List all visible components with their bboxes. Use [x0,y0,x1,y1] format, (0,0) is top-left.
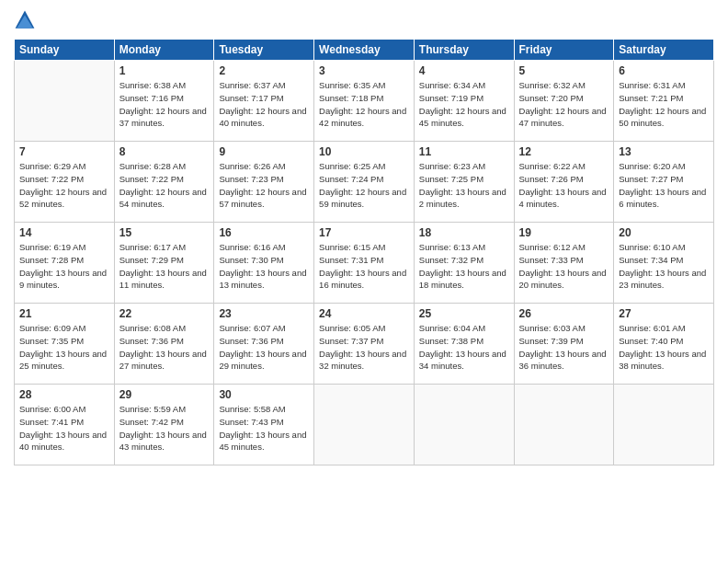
day-number: 19 [519,226,609,239]
day-number: 13 [619,145,709,158]
cal-cell-4-3 [314,385,415,465]
week-row-3: 21Sunrise: 6:09 AM Sunset: 7:35 PM Dayli… [15,304,714,385]
day-header-thursday: Thursday [414,40,514,61]
day-number: 26 [519,307,609,320]
cal-cell-0-3: 3Sunrise: 6:35 AM Sunset: 7:18 PM Daylig… [314,61,415,142]
cell-info: Sunrise: 6:00 AM Sunset: 7:41 PM Dayligh… [19,403,109,454]
cal-cell-0-0 [15,61,115,142]
cal-cell-1-2: 9Sunrise: 6:26 AM Sunset: 7:23 PM Daylig… [214,142,314,223]
day-number: 2 [219,64,309,77]
week-row-2: 14Sunrise: 6:19 AM Sunset: 7:28 PM Dayli… [15,223,714,304]
day-number: 11 [419,145,509,158]
day-number: 9 [219,145,309,158]
cal-cell-1-6: 13Sunrise: 6:20 AM Sunset: 7:27 PM Dayli… [614,142,714,223]
cell-info: Sunrise: 6:35 AM Sunset: 7:18 PM Dayligh… [319,79,409,130]
cell-info: Sunrise: 5:58 AM Sunset: 7:43 PM Dayligh… [219,403,309,454]
cal-cell-2-5: 19Sunrise: 6:12 AM Sunset: 7:33 PM Dayli… [514,223,614,304]
day-number: 1 [119,64,210,77]
day-number: 18 [419,226,509,239]
cell-info: Sunrise: 6:31 AM Sunset: 7:21 PM Dayligh… [619,79,709,130]
cal-cell-2-6: 20Sunrise: 6:10 AM Sunset: 7:34 PM Dayli… [614,223,714,304]
cal-cell-4-5 [514,385,614,465]
day-header-tuesday: Tuesday [214,40,314,61]
cal-cell-1-3: 10Sunrise: 6:25 AM Sunset: 7:24 PM Dayli… [314,142,415,223]
day-header-row: SundayMondayTuesdayWednesdayThursdayFrid… [15,40,714,61]
day-number: 17 [319,226,409,239]
cell-info: Sunrise: 6:32 AM Sunset: 7:20 PM Dayligh… [519,79,609,130]
day-number: 23 [219,307,309,320]
cell-info: Sunrise: 6:17 AM Sunset: 7:29 PM Dayligh… [119,241,210,292]
cal-cell-4-1: 29Sunrise: 5:59 AM Sunset: 7:42 PM Dayli… [114,385,214,465]
cal-cell-3-2: 23Sunrise: 6:07 AM Sunset: 7:36 PM Dayli… [214,304,314,385]
cell-info: Sunrise: 6:20 AM Sunset: 7:27 PM Dayligh… [619,160,709,211]
week-row-4: 28Sunrise: 6:00 AM Sunset: 7:41 PM Dayli… [15,385,714,465]
day-header-wednesday: Wednesday [314,40,415,61]
cal-cell-2-3: 17Sunrise: 6:15 AM Sunset: 7:31 PM Dayli… [314,223,415,304]
cal-cell-0-6: 6Sunrise: 6:31 AM Sunset: 7:21 PM Daylig… [614,61,714,142]
day-number: 8 [119,145,210,158]
day-number: 16 [219,226,309,239]
cal-cell-0-2: 2Sunrise: 6:37 AM Sunset: 7:17 PM Daylig… [214,61,314,142]
cell-info: Sunrise: 6:16 AM Sunset: 7:30 PM Dayligh… [219,241,309,292]
cal-cell-1-1: 8Sunrise: 6:28 AM Sunset: 7:22 PM Daylig… [114,142,214,223]
cal-cell-1-4: 11Sunrise: 6:23 AM Sunset: 7:25 PM Dayli… [414,142,514,223]
day-header-sunday: Sunday [15,40,115,61]
cal-cell-0-1: 1Sunrise: 6:38 AM Sunset: 7:16 PM Daylig… [114,61,214,142]
day-number: 25 [419,307,509,320]
cell-info: Sunrise: 6:37 AM Sunset: 7:17 PM Dayligh… [219,79,309,130]
day-number: 22 [119,307,210,320]
day-number: 27 [619,307,709,320]
calendar-table: SundayMondayTuesdayWednesdayThursdayFrid… [14,39,714,465]
cal-cell-4-0: 28Sunrise: 6:00 AM Sunset: 7:41 PM Dayli… [15,385,115,465]
header-area [14,9,714,31]
day-number: 12 [519,145,609,158]
day-number: 21 [19,307,109,320]
cal-cell-3-6: 27Sunrise: 6:01 AM Sunset: 7:40 PM Dayli… [614,304,714,385]
cal-cell-3-5: 26Sunrise: 6:03 AM Sunset: 7:39 PM Dayli… [514,304,614,385]
day-number: 3 [319,64,409,77]
cell-info: Sunrise: 6:26 AM Sunset: 7:23 PM Dayligh… [219,160,309,211]
cal-cell-0-5: 5Sunrise: 6:32 AM Sunset: 7:20 PM Daylig… [514,61,614,142]
cell-info: Sunrise: 6:09 AM Sunset: 7:35 PM Dayligh… [19,322,109,373]
day-number: 15 [119,226,210,239]
day-number: 29 [119,388,210,401]
day-number: 4 [419,64,509,77]
cal-cell-4-4 [414,385,514,465]
cell-info: Sunrise: 6:38 AM Sunset: 7:16 PM Dayligh… [119,79,210,130]
cell-info: Sunrise: 6:04 AM Sunset: 7:38 PM Dayligh… [419,322,509,373]
day-number: 10 [319,145,409,158]
day-header-saturday: Saturday [614,40,714,61]
logo [14,9,40,31]
cell-info: Sunrise: 6:03 AM Sunset: 7:39 PM Dayligh… [519,322,609,373]
cal-cell-2-0: 14Sunrise: 6:19 AM Sunset: 7:28 PM Dayli… [15,223,115,304]
cal-cell-4-6 [614,385,714,465]
week-row-1: 7Sunrise: 6:29 AM Sunset: 7:22 PM Daylig… [15,142,714,223]
cell-info: Sunrise: 5:59 AM Sunset: 7:42 PM Dayligh… [119,403,210,454]
cell-info: Sunrise: 6:08 AM Sunset: 7:36 PM Dayligh… [119,322,210,373]
cell-info: Sunrise: 6:29 AM Sunset: 7:22 PM Dayligh… [19,160,109,211]
cell-info: Sunrise: 6:34 AM Sunset: 7:19 PM Dayligh… [419,79,509,130]
cell-info: Sunrise: 6:25 AM Sunset: 7:24 PM Dayligh… [319,160,409,211]
cell-info: Sunrise: 6:01 AM Sunset: 7:40 PM Dayligh… [619,322,709,373]
day-number: 30 [219,388,309,401]
day-header-monday: Monday [114,40,214,61]
cal-cell-3-4: 25Sunrise: 6:04 AM Sunset: 7:38 PM Dayli… [414,304,514,385]
day-number: 14 [19,226,109,239]
calendar-container: SundayMondayTuesdayWednesdayThursdayFrid… [0,0,728,563]
cal-cell-1-0: 7Sunrise: 6:29 AM Sunset: 7:22 PM Daylig… [15,142,115,223]
cal-cell-3-0: 21Sunrise: 6:09 AM Sunset: 7:35 PM Dayli… [15,304,115,385]
cal-cell-2-4: 18Sunrise: 6:13 AM Sunset: 7:32 PM Dayli… [414,223,514,304]
cal-cell-2-2: 16Sunrise: 6:16 AM Sunset: 7:30 PM Dayli… [214,223,314,304]
day-number: 6 [619,64,709,77]
cal-cell-3-3: 24Sunrise: 6:05 AM Sunset: 7:37 PM Dayli… [314,304,415,385]
logo-icon [14,9,36,31]
day-header-friday: Friday [514,40,614,61]
cell-info: Sunrise: 6:19 AM Sunset: 7:28 PM Dayligh… [19,241,109,292]
day-number: 5 [519,64,609,77]
cell-info: Sunrise: 6:13 AM Sunset: 7:32 PM Dayligh… [419,241,509,292]
day-number: 7 [19,145,109,158]
cell-info: Sunrise: 6:15 AM Sunset: 7:31 PM Dayligh… [319,241,409,292]
cell-info: Sunrise: 6:07 AM Sunset: 7:36 PM Dayligh… [219,322,309,373]
cal-cell-1-5: 12Sunrise: 6:22 AM Sunset: 7:26 PM Dayli… [514,142,614,223]
day-number: 24 [319,307,409,320]
